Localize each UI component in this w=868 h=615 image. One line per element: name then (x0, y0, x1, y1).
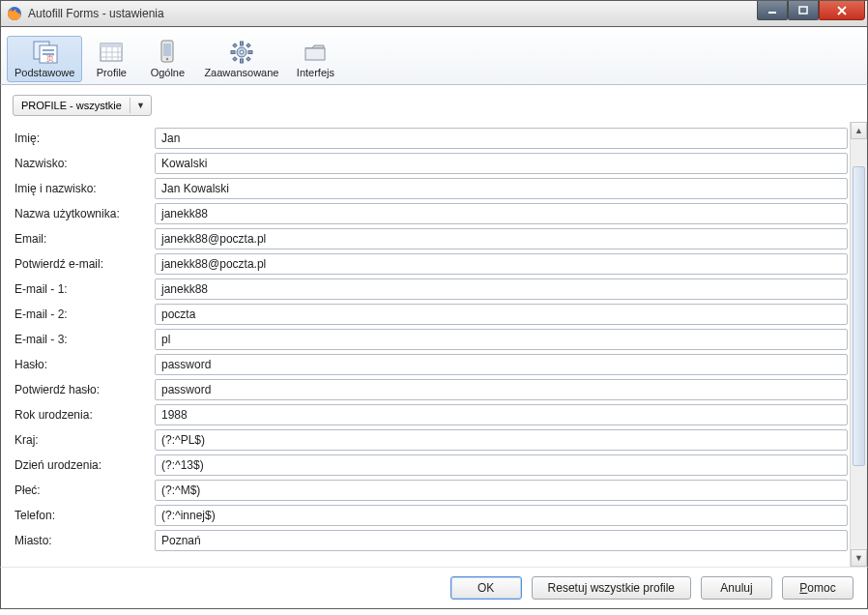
form-row: Dzień urodzenia:(?:^13$) (14, 453, 850, 478)
field-input[interactable]: janekk88 (155, 278, 848, 300)
field-label: E-mail - 3: (14, 333, 155, 346)
field-label: Email: (14, 232, 155, 246)
form-row: Płeć:(?:^M$) (14, 478, 850, 503)
form-row: Telefon:(?:^innej$) (14, 503, 850, 528)
svg-rect-1 (768, 12, 776, 14)
profile-select[interactable]: PROFILE - wszystkie ▼ (13, 95, 152, 116)
titlebar: Autofill Forms - ustawienia (0, 0, 868, 27)
svg-rect-2 (799, 7, 807, 14)
button-row: OK Resetuj wszystkie profile Anuluj Pomo… (0, 567, 868, 609)
field-label: Potwierdź e-mail: (14, 257, 155, 271)
field-input[interactable]: (?:^M$) (155, 480, 848, 501)
field-input[interactable]: Poznań (155, 530, 848, 551)
field-input[interactable]: Jan (155, 128, 848, 149)
field-label: Hasło: (14, 358, 155, 371)
field-label: E-mail - 1: (14, 282, 155, 296)
calendar-icon (98, 40, 125, 65)
folder-icon (302, 40, 329, 65)
svg-text:页: 页 (46, 54, 54, 63)
form-row: Email:janekk88@poczta.pl (14, 226, 850, 251)
cancel-label: Anuluj (720, 581, 752, 595)
scroll-track[interactable] (851, 139, 867, 549)
field-label: Rok urodzenia: (14, 408, 155, 422)
help-button[interactable]: Pomoc (782, 576, 854, 600)
form-list: Imię:JanNazwisko:KowalskiImię i nazwisko… (1, 122, 850, 567)
separator (130, 98, 130, 113)
form-row: Potwierdź hasło:password (14, 377, 850, 402)
form-page-icon: 页 (31, 40, 58, 65)
svg-rect-16 (163, 44, 171, 56)
field-input[interactable]: (?:^13$) (155, 454, 848, 476)
main-area: Imię:JanNazwisko:KowalskiImię i nazwisko… (0, 122, 868, 567)
tab-interfejs[interactable]: Interfejs (288, 36, 342, 82)
field-label: Kraj: (14, 433, 155, 447)
window-controls (757, 1, 865, 20)
field-input[interactable]: poczta (155, 304, 848, 325)
cancel-button[interactable]: Anuluj (701, 576, 772, 600)
field-label: Imię: (14, 132, 155, 145)
form-row: Nazwa użytkownika:janekk88 (14, 201, 850, 226)
field-label: Telefon: (14, 509, 155, 522)
tab-label: Zaawansowane (204, 67, 278, 78)
form-row: E-mail - 1:janekk88 (14, 277, 850, 302)
svg-point-19 (240, 50, 244, 54)
field-input[interactable]: pl (155, 329, 848, 350)
help-rest: omoc (807, 581, 835, 595)
svg-rect-20 (240, 42, 243, 45)
field-label: Potwierdź hasło: (14, 383, 155, 396)
field-input[interactable]: password (155, 354, 848, 375)
form-row: E-mail - 3:pl (14, 327, 850, 352)
scrollbar[interactable]: ▲ ▼ (850, 122, 867, 567)
tab-label: Interfejs (297, 67, 334, 78)
field-input[interactable]: janekk88@poczta.pl (155, 253, 848, 275)
field-label: Dzień urodzenia: (14, 458, 155, 472)
firefox-icon (7, 6, 22, 21)
field-label: Nazwa użytkownika: (14, 207, 155, 220)
scroll-down-button[interactable]: ▼ (851, 549, 867, 567)
svg-rect-27 (233, 57, 237, 61)
field-label: Płeć: (14, 483, 155, 497)
maximize-button[interactable] (788, 1, 819, 20)
field-input[interactable]: Jan Kowalski (155, 178, 848, 199)
minimize-button[interactable] (757, 1, 788, 20)
field-input[interactable]: password (155, 379, 848, 400)
scroll-up-button[interactable]: ▲ (851, 122, 867, 139)
phone-icon (154, 40, 181, 65)
help-accel: P (799, 581, 807, 595)
field-input[interactable]: Kowalski (155, 153, 848, 174)
form-row: Potwierdź e-mail:janekk88@poczta.pl (14, 251, 850, 277)
tab-label: Ogólne (151, 67, 185, 78)
profile-select-value: PROFILE - wszystkie (21, 100, 122, 111)
tab-label: Profile (97, 67, 127, 78)
field-label: Miasto: (14, 534, 155, 547)
field-input[interactable]: 1988 (155, 404, 848, 425)
svg-rect-23 (248, 51, 252, 54)
svg-point-17 (166, 58, 168, 60)
field-input[interactable]: (?:^PL$) (155, 429, 848, 451)
toolbar: 页 Podstawowe Profile Ogólne (0, 27, 868, 85)
tab-profile[interactable]: Profile (84, 36, 138, 82)
svg-rect-21 (240, 59, 243, 63)
field-input[interactable]: (?:^innej$) (155, 505, 848, 526)
tab-ogolne[interactable]: Ogólne (140, 36, 194, 82)
svg-rect-26 (246, 44, 250, 47)
chevron-down-icon: ▼ (134, 101, 147, 110)
reset-button[interactable]: Resetuj wszystkie profile (532, 576, 691, 600)
form-row: E-mail - 2:poczta (14, 302, 850, 327)
scroll-thumb[interactable] (853, 166, 865, 466)
close-button[interactable] (819, 1, 865, 20)
reset-label: Resetuj wszystkie profile (548, 581, 675, 595)
window-title: Autofill Forms - ustawienia (28, 7, 757, 20)
tab-zaawansowane[interactable]: Zaawansowane (196, 36, 286, 82)
svg-rect-9 (101, 44, 122, 47)
tab-label: Podstawowe (14, 67, 74, 78)
svg-rect-28 (305, 48, 325, 60)
field-input[interactable]: janekk88@poczta.pl (155, 228, 848, 249)
svg-rect-5 (43, 49, 54, 51)
form-row: Nazwisko:Kowalski (14, 151, 850, 176)
ok-button[interactable]: OK (450, 576, 522, 600)
field-input[interactable]: janekk88 (155, 203, 848, 224)
svg-rect-24 (233, 44, 237, 47)
tab-podstawowe[interactable]: 页 Podstawowe (7, 36, 82, 82)
form-row: Miasto:Poznań (14, 528, 850, 553)
